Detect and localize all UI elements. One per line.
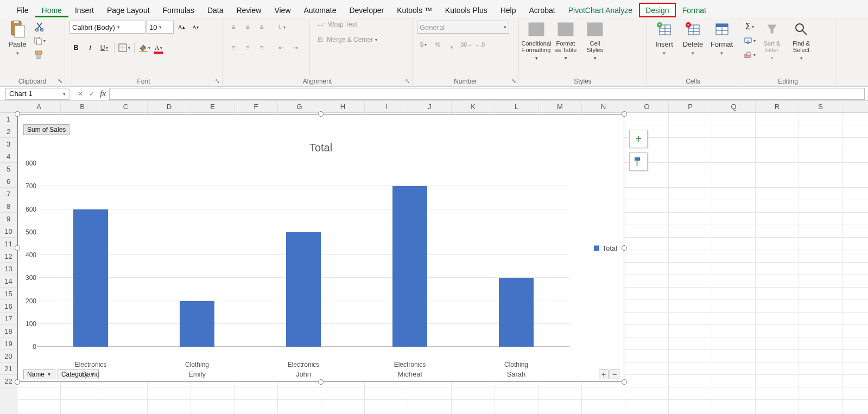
fbar-enter-icon[interactable]: ✓ [89,90,94,98]
row-header[interactable]: 10 [0,225,17,238]
row-header[interactable]: 21 [0,362,17,375]
tab-data[interactable]: Data [201,3,230,17]
autosum-button[interactable]: Σ [744,21,756,33]
fill-button[interactable] [744,35,756,47]
chart-elements-icon[interactable]: + [629,130,648,148]
row-header[interactable]: 18 [0,325,17,337]
col-header[interactable]: G [278,101,321,112]
row-header[interactable]: 5 [0,163,17,175]
row-header[interactable]: 7 [0,188,17,200]
row-header[interactable]: 16 [0,300,17,313]
col-header[interactable]: P [669,101,712,112]
row-header[interactable]: 3 [0,138,17,150]
row-header[interactable]: 8 [0,200,17,213]
decrease-font-icon[interactable]: A▾ [189,21,202,34]
col-header[interactable]: Q [712,101,756,112]
cut-button[interactable] [34,21,46,33]
col-header[interactable]: C [104,101,148,112]
legend[interactable]: Total [594,244,617,252]
col-header[interactable]: A [17,101,61,112]
tab-kutools[interactable]: Kutools ™ [390,3,439,17]
font-size-combo[interactable]: 10▾ [147,21,174,34]
row-header[interactable]: 4 [0,150,17,163]
tab-pivotchart-analyze[interactable]: PivotChart Analyze [562,3,639,17]
col-header[interactable]: M [538,101,582,112]
insert-function-icon[interactable]: fx [100,89,106,98]
pivot-expand-icon[interactable]: + [599,370,609,379]
name-box[interactable]: Chart 1▾ [5,88,69,100]
row-header[interactable]: 6 [0,175,17,188]
delete-cells-button[interactable]: ×Delete▾ [680,21,706,56]
borders-button[interactable] [118,41,131,54]
font-name-combo[interactable]: Calibri (Body)▾ [69,21,145,34]
clipboard-launcher-icon[interactable]: ⤡ [58,78,62,85]
col-header[interactable]: N [582,101,625,112]
tab-home[interactable]: Home [35,3,68,17]
tab-file[interactable]: File [10,3,35,17]
row-header[interactable]: 20 [0,350,17,362]
grid[interactable]: ABCDEFGHIJKLMNOPQRS + Sum of Sales Name▼… [17,101,868,414]
tab-formulas[interactable]: Formulas [156,3,201,17]
tab-automate[interactable]: Automate [297,3,343,17]
col-header[interactable]: E [191,101,235,112]
tab-developer[interactable]: Developer [343,3,390,17]
row-header[interactable]: 22 [0,375,17,387]
tab-insert[interactable]: Insert [68,3,100,17]
paste-button[interactable]: Paste ▾ [4,21,30,56]
font-launcher-icon[interactable]: ⤡ [215,78,220,85]
clear-button[interactable] [744,49,756,61]
format-cells-button[interactable]: Format▾ [709,21,734,56]
copy-button[interactable] [34,35,46,47]
col-header[interactable]: H [321,101,365,112]
col-header[interactable]: I [365,101,408,112]
tab-page-layout[interactable]: Page Layout [100,3,156,17]
chart-styles-icon[interactable] [629,152,648,171]
bar[interactable] [392,186,427,347]
formula-input[interactable] [109,88,865,100]
row-header[interactable]: 15 [0,288,17,300]
bar[interactable] [499,278,534,347]
row-header[interactable]: 13 [0,263,17,275]
bar[interactable] [286,232,321,347]
find-select-button[interactable]: Find & Select▾ [788,21,814,61]
fbar-cancel-icon[interactable]: ✕ [78,90,83,98]
col-header[interactable]: D [148,101,191,112]
row-header[interactable]: 12 [0,250,17,263]
tab-kutools-plus[interactable]: Kutools Plus [439,3,494,17]
pivot-chart[interactable]: + Sum of Sales Name▼Category▼ + − Total … [17,114,624,382]
tab-help[interactable]: Help [494,3,523,17]
col-header[interactable]: K [452,101,495,112]
tab-acrobat[interactable]: Acrobat [522,3,561,17]
col-header[interactable]: S [799,101,842,112]
italic-button[interactable]: I [84,41,97,54]
font-color-button[interactable]: A [152,41,165,54]
row-header[interactable]: 1 [0,113,17,125]
col-header[interactable]: B [61,101,104,112]
col-header[interactable]: O [625,101,669,112]
chart-title[interactable]: Total [18,142,624,154]
bold-button[interactable]: B [69,41,83,54]
row-header[interactable]: 14 [0,275,17,288]
col-header[interactable]: L [495,101,538,112]
format-painter-button[interactable] [34,49,46,61]
col-header[interactable]: F [235,101,278,112]
pivot-collapse-icon[interactable]: − [610,370,619,379]
row-header[interactable]: 2 [0,125,17,138]
pivot-values-field[interactable]: Sum of Sales [23,124,69,135]
row-header[interactable]: 11 [0,238,17,250]
plot-area[interactable]: 0100200300400500600700800 [37,163,569,347]
bar[interactable] [180,301,214,347]
bar[interactable] [73,209,108,347]
tab-review[interactable]: Review [230,3,268,17]
col-header[interactable]: J [408,101,452,112]
col-header[interactable]: R [756,101,799,112]
row-header[interactable]: 9 [0,213,17,225]
insert-cells-button[interactable]: +Insert▾ [651,21,677,56]
row-header[interactable]: 17 [0,313,17,325]
tab-design[interactable]: Design [639,3,676,17]
fill-color-button[interactable] [138,41,151,54]
tab-view[interactable]: View [268,3,297,17]
increase-font-icon[interactable]: A▴ [175,21,188,34]
tab-format[interactable]: Format [676,3,713,17]
underline-button[interactable]: U [98,41,111,54]
